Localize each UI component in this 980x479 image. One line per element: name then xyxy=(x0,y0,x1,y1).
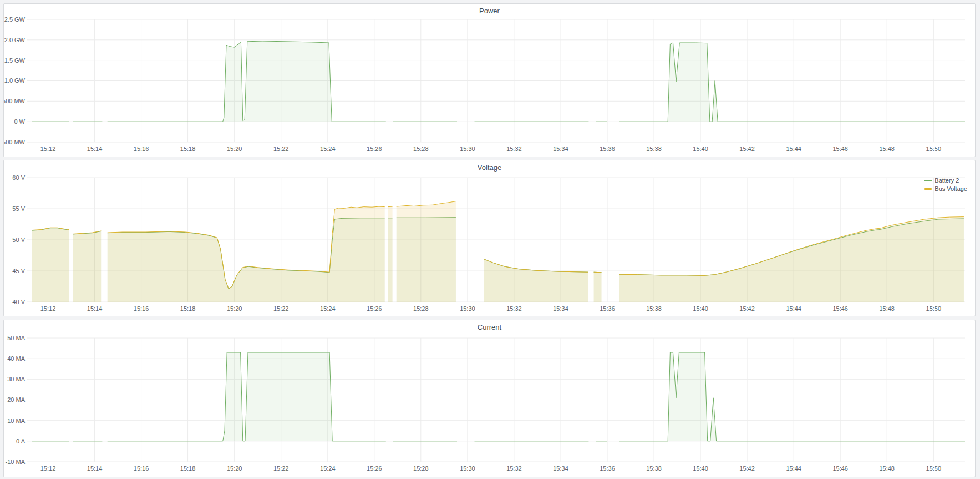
x-tick-label: 15:34 xyxy=(553,145,568,152)
panel-title-power[interactable]: Power xyxy=(4,7,975,15)
x-tick-label: 15:14 xyxy=(87,305,103,312)
x-tick-label: 15:38 xyxy=(646,145,662,152)
series-area xyxy=(619,43,965,122)
x-tick-label: 15:44 xyxy=(786,465,801,472)
x-tick-label: 15:24 xyxy=(320,465,336,472)
x-tick-label: 15:40 xyxy=(693,305,708,312)
x-tick-label: 15:42 xyxy=(739,145,755,152)
x-tick-label: 15:38 xyxy=(646,305,662,312)
legend-item-bus-voltage[interactable]: Bus Voltage xyxy=(924,185,967,192)
x-tick-label: 15:26 xyxy=(367,465,382,472)
legend-swatch-bus-voltage xyxy=(924,188,932,190)
voltage-chart[interactable]: 60 V55 V50 V45 V40 V15:1215:1415:1615:18… xyxy=(4,160,975,316)
panel-power: Power 2.5 GW2.0 GW1.5 GW1.0 GW500 MW0 W-… xyxy=(3,3,976,157)
series-line xyxy=(388,206,393,207)
power-chart[interactable]: 2.5 GW2.0 GW1.5 GW1.0 GW500 MW0 W-500 MW… xyxy=(4,4,975,157)
x-tick-label: 15:40 xyxy=(693,145,708,152)
x-tick-label: 15:20 xyxy=(227,145,242,152)
x-tick-label: 15:26 xyxy=(367,305,382,312)
y-tick-label: 30 MA xyxy=(7,376,25,382)
legend-label-battery-2: Battery 2 xyxy=(935,177,959,184)
y-tick-label: 40 MA xyxy=(7,355,25,362)
x-tick-label: 15:22 xyxy=(273,145,289,152)
x-tick-label: 15:24 xyxy=(320,145,336,152)
x-tick-label: 15:34 xyxy=(553,465,568,472)
x-tick-label: 15:48 xyxy=(879,465,895,472)
x-tick-label: 15:50 xyxy=(926,465,942,472)
x-tick-label: 15:46 xyxy=(832,305,848,312)
x-tick-label: 15:26 xyxy=(367,145,382,152)
series-line xyxy=(594,272,602,273)
series-area xyxy=(388,206,393,302)
x-tick-label: 15:22 xyxy=(273,305,289,312)
x-tick-label: 15:32 xyxy=(506,305,522,312)
x-tick-label: 15:34 xyxy=(553,305,568,312)
y-tick-label: 500 MW xyxy=(4,98,26,104)
y-tick-label: 10 MA xyxy=(7,417,25,424)
x-tick-label: 15:16 xyxy=(134,465,149,472)
panel-title-current[interactable]: Current xyxy=(4,323,975,331)
x-tick-label: 15:42 xyxy=(739,465,755,472)
y-tick-label: 50 V xyxy=(12,236,25,243)
x-tick-label: 15:46 xyxy=(832,465,848,472)
y-tick-label: 50 MA xyxy=(7,335,25,341)
x-tick-label: 15:46 xyxy=(832,145,848,152)
current-chart[interactable]: 50 MA40 MA30 MA20 MA10 MA0 A-10 MA15:121… xyxy=(4,320,975,477)
legend-item-battery-2[interactable]: Battery 2 xyxy=(924,177,967,184)
x-tick-label: 15:20 xyxy=(227,305,242,312)
x-tick-label: 15:14 xyxy=(87,465,103,472)
x-tick-label: 15:12 xyxy=(40,145,56,152)
y-tick-label: 1.0 GW xyxy=(4,77,26,84)
x-tick-label: 15:20 xyxy=(227,465,242,472)
x-tick-label: 15:30 xyxy=(460,465,475,472)
x-tick-label: 15:28 xyxy=(413,305,429,312)
y-tick-label: 0 A xyxy=(16,438,26,445)
series-area xyxy=(73,231,101,302)
y-tick-label: 1.5 GW xyxy=(4,57,26,64)
y-tick-label: 20 MA xyxy=(7,396,25,403)
x-tick-label: 15:44 xyxy=(786,145,801,152)
y-tick-label: -500 MW xyxy=(4,139,26,145)
series-area xyxy=(108,206,385,302)
y-tick-label: 2.5 GW xyxy=(4,16,26,23)
y-tick-label: 45 V xyxy=(12,268,25,274)
y-tick-label: 2.0 GW xyxy=(4,37,26,43)
x-tick-label: 15:40 xyxy=(693,465,708,472)
y-tick-label: 40 V xyxy=(12,299,25,305)
series-area xyxy=(619,217,964,302)
panel-current: Current 50 MA40 MA30 MA20 MA10 MA0 A-10 … xyxy=(3,320,976,477)
x-tick-label: 15:50 xyxy=(926,305,942,312)
series-area xyxy=(32,228,69,302)
x-tick-label: 15:18 xyxy=(180,465,196,472)
panel-voltage: Voltage 60 V55 V50 V45 V40 V15:1215:1415… xyxy=(3,160,976,316)
y-tick-label: 60 V xyxy=(12,174,25,181)
series-area xyxy=(484,259,588,302)
x-tick-label: 15:42 xyxy=(739,305,755,312)
x-tick-label: 15:36 xyxy=(600,145,615,152)
x-tick-label: 15:36 xyxy=(600,305,615,312)
x-tick-label: 15:44 xyxy=(786,305,801,312)
x-tick-label: 15:28 xyxy=(413,465,429,472)
x-tick-label: 15:16 xyxy=(134,145,149,152)
y-tick-label: 0 W xyxy=(14,118,25,125)
series-area xyxy=(619,352,965,441)
x-tick-label: 15:50 xyxy=(926,145,942,152)
legend-label-bus-voltage: Bus Voltage xyxy=(935,185,967,192)
dashboard: { "colors": { "green_line": "#6fae62", "… xyxy=(0,0,980,479)
x-tick-label: 15:48 xyxy=(879,145,895,152)
chart-legend: Battery 2 Bus Voltage xyxy=(924,177,967,192)
series-area xyxy=(594,272,602,302)
x-tick-label: 15:22 xyxy=(273,465,289,472)
x-tick-label: 15:12 xyxy=(40,305,56,312)
x-tick-label: 15:30 xyxy=(460,145,475,152)
x-tick-label: 15:14 xyxy=(87,145,103,152)
x-tick-label: 15:12 xyxy=(40,465,56,472)
panel-title-voltage[interactable]: Voltage xyxy=(4,163,975,172)
x-tick-label: 15:30 xyxy=(460,305,475,312)
y-tick-label: -10 MA xyxy=(6,458,26,465)
x-tick-label: 15:32 xyxy=(506,465,522,472)
x-tick-label: 15:28 xyxy=(413,145,429,152)
x-tick-label: 15:48 xyxy=(879,305,895,312)
x-tick-label: 15:18 xyxy=(180,305,196,312)
y-tick-label: 55 V xyxy=(12,205,25,212)
